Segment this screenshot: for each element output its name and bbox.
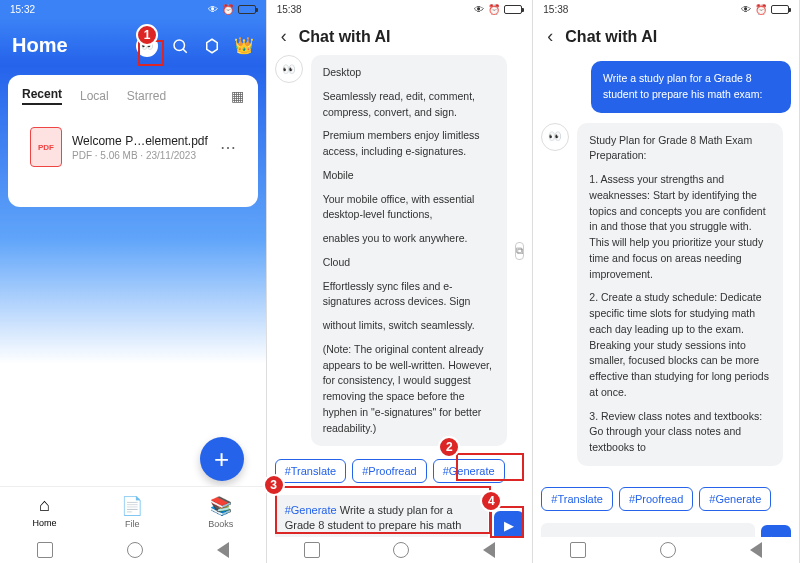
- sys-back-button[interactable]: [483, 542, 495, 558]
- battery-icon: [504, 5, 522, 14]
- nav-home[interactable]: ⌂Home: [32, 495, 56, 529]
- svg-marker-2: [206, 39, 217, 53]
- system-nav: [267, 537, 533, 563]
- battery-icon: [771, 5, 789, 14]
- battery-icon: [238, 5, 256, 14]
- bottom-nav: ⌂Home 📄File 📚Books: [0, 486, 266, 537]
- status-icons: 👁 ⏰: [474, 4, 522, 15]
- sys-home-button[interactable]: [393, 542, 409, 558]
- nav-file[interactable]: 📄File: [121, 495, 143, 529]
- crown-icon[interactable]: 👑: [234, 36, 254, 56]
- tab-local[interactable]: Local: [80, 89, 109, 103]
- status-icons: 👁 ⏰: [208, 4, 256, 15]
- page-title: Home: [12, 34, 68, 57]
- ai-avatar-icon: 👀: [275, 55, 303, 83]
- svg-line-1: [183, 49, 187, 53]
- status-bar: 15:32 👁 ⏰: [0, 0, 266, 18]
- chip-proofread[interactable]: #Proofread: [352, 459, 426, 483]
- nav-books[interactable]: 📚Books: [208, 495, 233, 529]
- chat-title: Chat with AI: [299, 28, 391, 46]
- chat-header: ‹ Chat with AI: [267, 18, 533, 55]
- status-bar: 15:38 👁 ⏰: [267, 0, 533, 18]
- chat-body: Write a study plan for a Grade 8 student…: [533, 55, 799, 481]
- status-time: 15:38: [277, 4, 302, 15]
- sys-recent-button[interactable]: [570, 542, 586, 558]
- sys-recent-button[interactable]: [304, 542, 320, 558]
- copy-icon[interactable]: ⧉: [515, 242, 524, 260]
- status-time: 15:32: [10, 4, 35, 15]
- sys-home-button[interactable]: [660, 542, 676, 558]
- pdf-icon: PDF: [30, 127, 62, 167]
- sys-recent-button[interactable]: [37, 542, 53, 558]
- user-message-bubble: Write a study plan for a Grade 8 student…: [591, 61, 791, 113]
- alarm-icon: ⏰: [222, 4, 234, 15]
- file-name: Welcome P…element.pdf: [72, 134, 210, 148]
- chip-generate[interactable]: #Generate: [433, 459, 505, 483]
- alarm-icon: ⏰: [755, 4, 767, 15]
- home-icon: ⌂: [39, 495, 50, 516]
- status-time: 15:38: [543, 4, 568, 15]
- prompt-chips: #Translate #Proofread #Generate: [533, 481, 799, 517]
- chip-proofread[interactable]: #Proofread: [619, 487, 693, 511]
- tab-starred[interactable]: Starred: [127, 89, 166, 103]
- screen-chat-response: 15:38 👁 ⏰ ‹ Chat with AI Write a study p…: [533, 0, 800, 563]
- annotation-badge-1: 1: [136, 24, 158, 46]
- ai-message-row: 👀 Study Plan for Grade 8 Math Exam Prepa…: [541, 123, 791, 466]
- eye-icon: 👁: [474, 4, 484, 15]
- svg-point-0: [174, 40, 185, 51]
- status-bar: 15:38 👁 ⏰: [533, 0, 799, 18]
- home-header: Home 👀 👑: [0, 18, 266, 65]
- file-meta: PDF · 5.06 MB · 23/11/2023: [72, 150, 210, 161]
- file-row[interactable]: PDF Welcome P…element.pdf PDF · 5.06 MB …: [16, 117, 250, 177]
- screen-home: 15:32 👁 ⏰ Home 👀 👑 Recent Local Starred …: [0, 0, 267, 563]
- ai-message-bubble: Desktop Seamlessly read, edit, comment, …: [311, 55, 508, 446]
- chip-generate[interactable]: #Generate: [699, 487, 771, 511]
- file-more-icon[interactable]: ⋯: [220, 138, 236, 157]
- chip-translate[interactable]: #Translate: [541, 487, 613, 511]
- chat-body: 👀 Desktop Seamlessly read, edit, comment…: [267, 55, 533, 453]
- ai-message-row: 👀 Desktop Seamlessly read, edit, comment…: [275, 55, 525, 446]
- sys-home-button[interactable]: [127, 542, 143, 558]
- ai-avatar-icon: 👀: [541, 123, 569, 151]
- chip-translate[interactable]: #Translate: [275, 459, 347, 483]
- sys-back-button[interactable]: [217, 542, 229, 558]
- eye-icon: 👁: [741, 4, 751, 15]
- search-icon[interactable]: [170, 36, 190, 56]
- chat-title: Chat with AI: [565, 28, 657, 46]
- system-nav: [0, 537, 266, 563]
- books-icon: 📚: [210, 495, 232, 517]
- settings-icon[interactable]: [202, 36, 222, 56]
- file-icon: 📄: [121, 495, 143, 517]
- system-nav: [533, 537, 799, 563]
- back-icon[interactable]: ‹: [281, 26, 287, 47]
- annotation-badge-3: 3: [263, 474, 285, 496]
- eye-icon: 👁: [208, 4, 218, 15]
- status-icons: 👁 ⏰: [741, 4, 789, 15]
- chat-header: ‹ Chat with AI: [533, 18, 799, 55]
- file-tabs: Recent Local Starred ▦: [8, 75, 258, 117]
- back-icon[interactable]: ‹: [547, 26, 553, 47]
- screen-chat-input: 15:38 👁 ⏰ ‹ Chat with AI 👀 Desktop Seaml…: [267, 0, 534, 563]
- fab-add-button[interactable]: +: [200, 437, 244, 481]
- prompt-chips: #Translate #Proofread #Generate: [267, 453, 533, 489]
- alarm-icon: ⏰: [488, 4, 500, 15]
- tab-recent[interactable]: Recent: [22, 87, 62, 105]
- user-message-row: Write a study plan for a Grade 8 student…: [541, 61, 791, 113]
- grid-view-icon[interactable]: ▦: [231, 88, 244, 104]
- sys-back-button[interactable]: [750, 542, 762, 558]
- ai-message-bubble: Study Plan for Grade 8 Math Exam Prepara…: [577, 123, 783, 466]
